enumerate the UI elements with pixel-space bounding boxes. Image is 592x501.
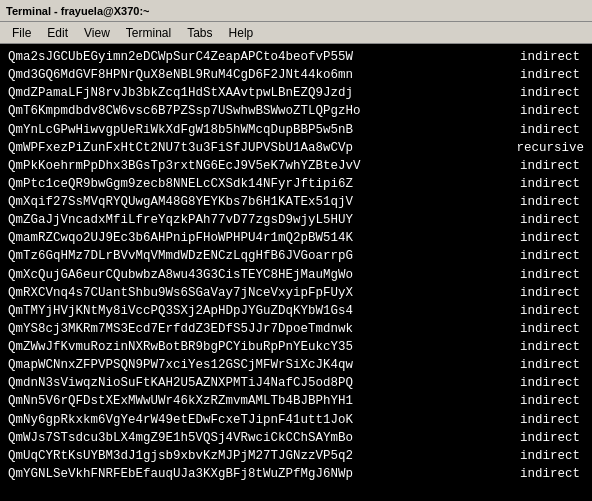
- table-row: QmWJs7STsdcu3bLX4mgZ9E1h5VQSj4VRwciCkCCh…: [8, 429, 584, 447]
- line-hash: QmdZPamaLFjN8rvJb3bkZcq1HdStXAAvtpwLBnEZ…: [8, 84, 353, 102]
- title-bar: Terminal - frayuela@X370:~: [0, 0, 592, 22]
- line-type: indirect: [504, 411, 584, 429]
- line-type: indirect: [504, 102, 584, 120]
- menu-item-edit[interactable]: Edit: [39, 24, 76, 42]
- line-hash: QmPkKoehrmPpDhx3BGsTp3rxtNG6EcJ9V5eK7whY…: [8, 157, 361, 175]
- line-type: indirect: [504, 338, 584, 356]
- menu-item-tabs[interactable]: Tabs: [179, 24, 220, 42]
- table-row: QmYGNLSeVkhFNRFEbEfauqUJa3KXgBFj8tWuZPfM…: [8, 465, 584, 483]
- line-hash: QmYGNLSeVkhFNRFEbEfauqUJa3KXgBFj8tWuZPfM…: [8, 465, 353, 483]
- table-row: QmYnLcGPwHiwvgpUeRiWkXdFgW18b5hWMcqDupBB…: [8, 121, 584, 139]
- line-hash: QmYS8cj3MKRm7MS3Ecd7ErfddZ3EDfS5JJr7Dpoe…: [8, 320, 353, 338]
- menu-bar: FileEditViewTerminalTabsHelp: [0, 22, 592, 44]
- line-hash: QmNn5V6rQFDstXExMWwUWr46kXzRZmvmAMLTb4BJ…: [8, 392, 353, 410]
- line-hash: QmXqif27SsMVqRYQUwgAM48G8YEYKbs7b6H1KATE…: [8, 193, 353, 211]
- title-bar-text: Terminal - frayuela@X370:~: [6, 5, 150, 17]
- table-row: QmTMYjHVjKNtMy8iVccPQ3SXj2ApHDpJYGuZDqKY…: [8, 302, 584, 320]
- line-hash: QmRXCVnq4s7CUantShbu9Ws6SGaVay7jNceVxyip…: [8, 284, 353, 302]
- line-type: indirect: [504, 66, 584, 84]
- table-row: QmUqCYRtKsUYBM3dJ1gjsb9xbvKzMJPjM27TJGNz…: [8, 447, 584, 465]
- table-row: QmZWwJfKvmuRozinNXRwBotBR9bgPCYibuRpPnYE…: [8, 338, 584, 356]
- menu-item-view[interactable]: View: [76, 24, 118, 42]
- table-row: Qmd3GQ6MdGVF8HPNrQuX8eNBL9RuM4CgD6F2JNt4…: [8, 66, 584, 84]
- table-row: QmZGaJjVncadxMfiLfreYqzkPAh77vD77zgsD9wj…: [8, 211, 584, 229]
- line-type: indirect: [504, 211, 584, 229]
- line-hash: QmXcQujGA6eurCQubwbzA8wu43G3CisTEYC8HEjM…: [8, 266, 353, 284]
- line-type: indirect: [504, 157, 584, 175]
- line-hash: QmdnN3sViwqzNioSuFtKAH2U5AZNXPMTiJ4NafCJ…: [8, 374, 353, 392]
- line-type: indirect: [504, 84, 584, 102]
- line-hash: QmZGaJjVncadxMfiLfreYqzkPAh77vD77zgsD9wj…: [8, 211, 353, 229]
- table-row: QmNn5V6rQFDstXExMWwUWr46kXzRZmvmAMLTb4BJ…: [8, 392, 584, 410]
- table-row: QmTz6GqHMz7DLrBVvMqVMmdWDzENCzLqgHfB6JVG…: [8, 247, 584, 265]
- line-type: indirect: [504, 392, 584, 410]
- line-hash: QmapWCNnxZFPVPSQN9PW7xciYes12GSCjMFWrSiX…: [8, 356, 353, 374]
- line-type: recursive: [500, 139, 584, 157]
- table-row: QmXcQujGA6eurCQubwbzA8wu43G3CisTEYC8HEjM…: [8, 266, 584, 284]
- line-type: indirect: [504, 266, 584, 284]
- terminal-body: Qma2sJGCUbEGyimn2eDCWpSurC4ZeapAPCto4beo…: [0, 44, 592, 501]
- line-type: indirect: [504, 175, 584, 193]
- line-type: indirect: [504, 247, 584, 265]
- line-type: indirect: [504, 284, 584, 302]
- menu-item-file[interactable]: File: [4, 24, 39, 42]
- line-type: indirect: [504, 48, 584, 66]
- table-row: QmNy6gpRkxkm6VgYe4rW49etEDwFcxeTJipnF41u…: [8, 411, 584, 429]
- line-hash: QmamRZCwqo2UJ9Ec3b6AHPnipFHoWPHPU4r1mQ2p…: [8, 229, 353, 247]
- table-row: Qma2sJGCUbEGyimn2eDCWpSurC4ZeapAPCto4beo…: [8, 48, 584, 66]
- table-row: QmRXCVnq4s7CUantShbu9Ws6SGaVay7jNceVxyip…: [8, 284, 584, 302]
- table-row: QmWPFxezPiZunFxHtCt2NU7t3u3FiSfJUPVSbU1A…: [8, 139, 584, 157]
- line-type: indirect: [504, 429, 584, 447]
- line-hash: QmT6Kmpmdbdv8CW6vsc6B7PZSsp7USwhwBSWwoZT…: [8, 102, 361, 120]
- table-row: QmPtc1ceQR9bwGgm9zecb8NNELcCXSdk14NFyrJf…: [8, 175, 584, 193]
- line-hash: QmPtc1ceQR9bwGgm9zecb8NNELcCXSdk14NFyrJf…: [8, 175, 353, 193]
- menu-item-terminal[interactable]: Terminal: [118, 24, 179, 42]
- table-row: QmXqif27SsMVqRYQUwgAM48G8YEYKbs7b6H1KATE…: [8, 193, 584, 211]
- table-row: QmPkKoehrmPpDhx3BGsTp3rxtNG6EcJ9V5eK7whY…: [8, 157, 584, 175]
- line-hash: QmWJs7STsdcu3bLX4mgZ9E1h5VQSj4VRwciCkCCh…: [8, 429, 353, 447]
- line-type: indirect: [504, 320, 584, 338]
- line-type: indirect: [504, 447, 584, 465]
- table-row: QmapWCNnxZFPVPSQN9PW7xciYes12GSCjMFWrSiX…: [8, 356, 584, 374]
- line-type: indirect: [504, 302, 584, 320]
- table-row: QmdnN3sViwqzNioSuFtKAH2U5AZNXPMTiJ4NafCJ…: [8, 374, 584, 392]
- line-hash: QmYnLcGPwHiwvgpUeRiWkXdFgW18b5hWMcqDupBB…: [8, 121, 353, 139]
- line-type: indirect: [504, 229, 584, 247]
- line-hash: QmUqCYRtKsUYBM3dJ1gjsb9xbvKzMJPjM27TJGNz…: [8, 447, 353, 465]
- line-hash: Qmd3GQ6MdGVF8HPNrQuX8eNBL9RuM4CgD6F2JNt4…: [8, 66, 353, 84]
- menu-item-help[interactable]: Help: [221, 24, 262, 42]
- line-hash: QmTMYjHVjKNtMy8iVccPQ3SXj2ApHDpJYGuZDqKY…: [8, 302, 353, 320]
- line-hash: QmWPFxezPiZunFxHtCt2NU7t3u3FiSfJUPVSbU1A…: [8, 139, 353, 157]
- table-row: QmYS8cj3MKRm7MS3Ecd7ErfddZ3EDfS5JJr7Dpoe…: [8, 320, 584, 338]
- line-type: indirect: [504, 193, 584, 211]
- line-type: indirect: [504, 356, 584, 374]
- line-type: indirect: [504, 465, 584, 483]
- line-hash: Qma2sJGCUbEGyimn2eDCWpSurC4ZeapAPCto4beo…: [8, 48, 353, 66]
- line-type: indirect: [504, 121, 584, 139]
- line-hash: QmNy6gpRkxkm6VgYe4rW49etEDwFcxeTJipnF41u…: [8, 411, 353, 429]
- table-row: QmdZPamaLFjN8rvJb3bkZcq1HdStXAAvtpwLBnEZ…: [8, 84, 584, 102]
- table-row: QmamRZCwqo2UJ9Ec3b6AHPnipFHoWPHPU4r1mQ2p…: [8, 229, 584, 247]
- table-row: QmT6Kmpmdbdv8CW6vsc6B7PZSsp7USwhwBSWwoZT…: [8, 102, 584, 120]
- line-hash: QmTz6GqHMz7DLrBVvMqVMmdWDzENCzLqgHfB6JVG…: [8, 247, 353, 265]
- line-type: indirect: [504, 374, 584, 392]
- line-hash: QmZWwJfKvmuRozinNXRwBotBR9bgPCYibuRpPnYE…: [8, 338, 353, 356]
